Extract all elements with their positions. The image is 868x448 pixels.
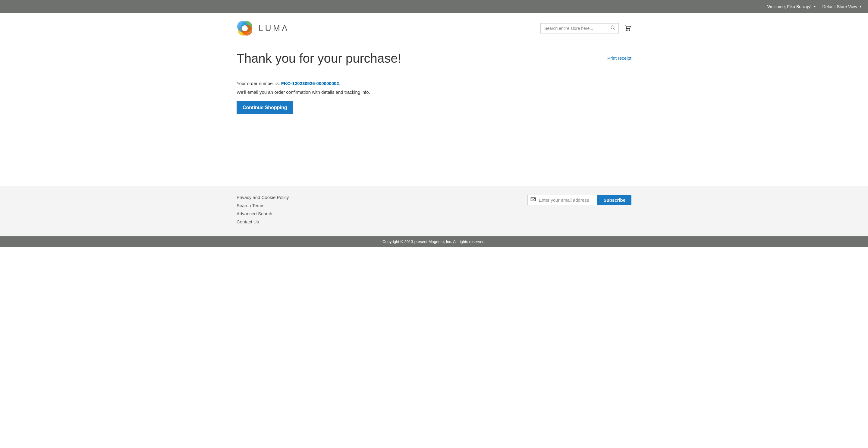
svg-point-5: [611, 26, 614, 29]
footer-link-contact[interactable]: Contact Us: [237, 219, 289, 224]
footer-link-privacy[interactable]: Privacy and Cookie Policy: [237, 195, 289, 200]
copyright-bar: Copyright © 2013-present Magento, Inc. A…: [0, 236, 868, 247]
cart-icon[interactable]: [624, 24, 631, 33]
subscribe-button[interactable]: Subscribe: [597, 195, 631, 205]
footer-inner: Privacy and Cookie Policy Search Terms A…: [237, 195, 631, 224]
search-icon[interactable]: [610, 25, 616, 32]
luma-logo-icon: [237, 21, 253, 36]
welcome-dropdown[interactable]: Welcome, Fiko Borizqy! ▼: [767, 4, 816, 9]
top-bar: Welcome, Fiko Borizqy! ▼ Default Store V…: [0, 0, 868, 13]
order-number-line: Your order number is: FKO-120230926-0000…: [237, 81, 631, 86]
svg-line-6: [614, 28, 615, 30]
newsletter-email-input[interactable]: [527, 195, 597, 205]
main-content: Thank you for your purchase! Print recei…: [237, 42, 631, 132]
footer-link-search-terms[interactable]: Search Terms: [237, 203, 289, 208]
print-receipt-link[interactable]: Print receipt: [607, 56, 631, 61]
logo[interactable]: LUMA: [237, 21, 289, 36]
logo-text: LUMA: [258, 24, 289, 33]
footer-link-advanced-search[interactable]: Advanced Search: [237, 211, 289, 216]
page-title: Thank you for your purchase!: [237, 51, 401, 66]
copyright-text: Copyright © 2013-present Magento, Inc. A…: [382, 239, 486, 244]
order-number-link[interactable]: FKO-120230926-000000002: [281, 81, 339, 86]
welcome-text: Welcome, Fiko Borizqy!: [767, 4, 812, 9]
footer-links: Privacy and Cookie Policy Search Terms A…: [237, 195, 289, 224]
mail-icon: [530, 197, 536, 203]
order-suffix: .: [339, 81, 340, 86]
footer: Privacy and Cookie Policy Search Terms A…: [0, 186, 868, 236]
chevron-down-icon: ▼: [859, 5, 862, 8]
header-right: [540, 23, 631, 33]
search-input[interactable]: [540, 23, 619, 33]
newsletter-input-wrap: [527, 195, 597, 205]
email-info: We'll email you an order confirmation wi…: [237, 90, 631, 95]
search-box: [540, 23, 619, 33]
continue-shopping-button[interactable]: Continue Shopping: [237, 101, 293, 114]
svg-point-7: [627, 30, 627, 31]
newsletter-form: Subscribe: [527, 195, 631, 205]
title-row: Thank you for your purchase! Print recei…: [237, 51, 631, 66]
svg-point-8: [629, 30, 630, 31]
store-view-dropdown[interactable]: Default Store View ▼: [822, 4, 862, 9]
store-view-text: Default Store View: [822, 4, 857, 9]
header: LUMA: [237, 13, 631, 42]
svg-point-4: [242, 25, 248, 31]
order-prefix: Your order number is:: [237, 81, 281, 86]
chevron-down-icon: ▼: [813, 5, 816, 8]
